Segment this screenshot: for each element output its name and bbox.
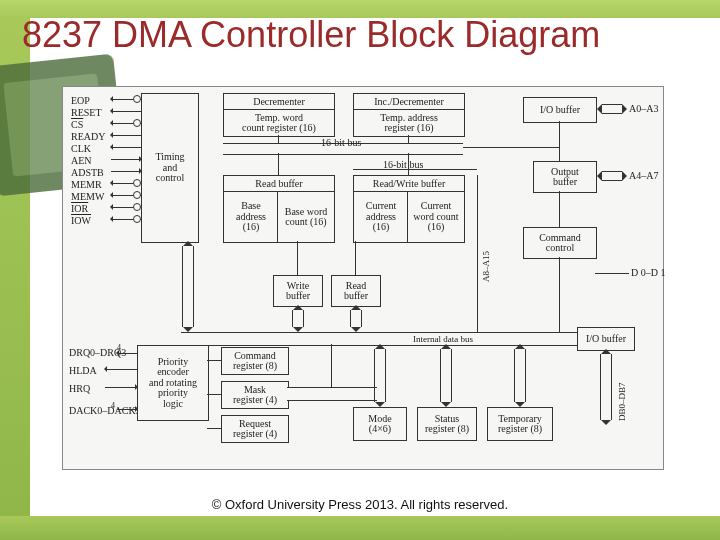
bubble-icon — [133, 203, 141, 211]
pin-a0-a3: A0–A3 — [629, 103, 658, 114]
pin-cs: CS — [71, 119, 83, 130]
pin-d0-d1: D 0–D 1 — [631, 267, 665, 278]
block-temp-register: Temporary register (8) — [487, 407, 553, 441]
block-mode-register: Mode (4×6) — [353, 407, 407, 441]
block-temp-word: Temp. word count register (16) — [223, 109, 335, 137]
bubble-icon — [133, 95, 141, 103]
wire — [207, 394, 221, 395]
wire — [463, 147, 559, 148]
pin-ready: READY — [71, 131, 105, 142]
block-status-register: Status register (8) — [417, 407, 477, 441]
pin-iow: IOW — [71, 215, 91, 226]
double-arrow-icon — [183, 241, 193, 332]
bubble-icon — [133, 119, 141, 127]
block-base-word: Base word count (16) — [277, 191, 335, 243]
wire — [559, 147, 560, 161]
wire — [353, 169, 477, 170]
block-request-register: Request register (4) — [221, 415, 289, 443]
block-cur-addr: Current address (16) — [353, 191, 409, 243]
block-io-buffer-top: I/O buffer — [523, 97, 597, 123]
double-arrow-icon — [375, 344, 385, 407]
wire — [297, 241, 298, 275]
wire — [105, 369, 137, 370]
double-arrow-icon — [293, 305, 303, 332]
wire — [355, 241, 356, 275]
wire — [111, 159, 141, 160]
block-base-addr: Base address (16) — [223, 191, 279, 243]
wire — [559, 257, 560, 332]
wire — [595, 273, 629, 274]
slide-title: 8237 DMA Controller Block Diagram — [22, 14, 600, 56]
label-a8-a15: A8–A15 — [481, 251, 491, 282]
bubble-icon — [133, 215, 141, 223]
wire — [477, 175, 478, 332]
bus-segment — [287, 387, 377, 401]
pin-reset: RESET — [71, 107, 102, 118]
wire — [559, 191, 560, 227]
wire — [111, 135, 141, 136]
wire — [278, 135, 279, 143]
pin-eop: EOP — [71, 95, 90, 106]
wire — [111, 111, 141, 112]
wire — [207, 428, 221, 429]
bubble-icon — [133, 179, 141, 187]
block-command-control: Command control — [523, 227, 597, 259]
slide: 8237 DMA Controller Block Diagram © Oxfo… — [0, 0, 720, 540]
wire — [105, 387, 137, 388]
pin-hlda: HLDA — [69, 365, 97, 376]
double-arrow-icon — [441, 344, 451, 407]
block-temp-addr: Temp. address register (16) — [353, 109, 465, 137]
block-diagram: EOP RESET CS READY CLK AEN ADSTB MEMR ME… — [62, 86, 664, 470]
block-timing-label: Timing and control — [155, 152, 184, 184]
block-mask-register: Mask register (4) — [221, 381, 289, 409]
pin-aen: AEN — [71, 155, 92, 166]
wire — [117, 409, 137, 410]
wire — [408, 153, 409, 175]
wire — [111, 171, 141, 172]
wire — [331, 344, 332, 387]
block-cur-word: Current word count (16) — [407, 191, 465, 243]
pin-a4-a7: A4–A7 — [629, 170, 658, 181]
block-output-buffer: Output buffer — [533, 161, 597, 193]
pin-clk: CLK — [71, 143, 91, 154]
bubble-icon — [133, 191, 141, 199]
pin-hrq: HRQ — [69, 383, 90, 394]
wire — [278, 153, 279, 175]
wire — [207, 360, 221, 361]
wire — [117, 353, 137, 354]
block-command-register: Command register (8) — [221, 347, 289, 375]
pin-dack-count: 4 — [111, 401, 115, 410]
wire — [408, 135, 409, 143]
pin-ior: IOR — [71, 203, 88, 214]
double-arrow-icon — [601, 349, 611, 425]
pin-dack: DACK0–DACK3 — [69, 405, 141, 416]
block-priority: Priority encoder and rotating priority l… — [137, 345, 209, 421]
pin-db0-db7: DB0–DB7 — [617, 382, 627, 421]
pin-memw: MEMW — [71, 191, 104, 202]
block-timing: Timing and control — [141, 93, 199, 243]
pin-adstb: ADSTB — [71, 167, 104, 178]
wire — [111, 147, 141, 148]
double-arrow-icon — [351, 305, 361, 332]
decor-bottom-bar — [0, 516, 720, 540]
double-arrow-icon — [515, 344, 525, 407]
copyright-text: © Oxford University Press 2013. All righ… — [0, 497, 720, 512]
pin-memr: MEMR — [71, 179, 102, 190]
label-16bit-bus: 16-bit bus — [321, 137, 361, 148]
